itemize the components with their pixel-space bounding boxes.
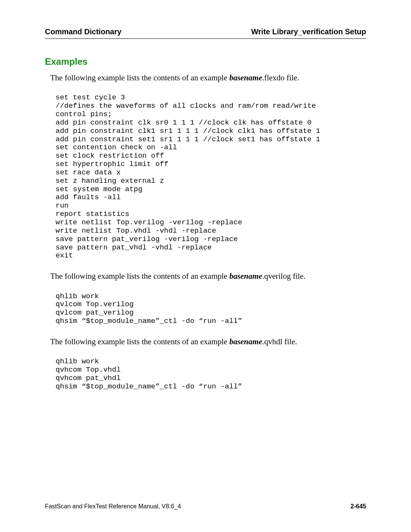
example-intro-1: The following example lists the contents… [50,72,366,83]
example-intro-2: The following example lists the contents… [50,271,366,281]
page-header: Command Dictionary Write Library_verific… [45,27,366,39]
intro-text: The following example lists the contents… [50,272,229,281]
page-footer: FastScan and FlexTest Reference Manual, … [45,503,366,510]
intro-text-suffix: .qvhdl file. [262,337,297,346]
intro-text-suffix: .flexdo file. [262,73,299,82]
intro-text-suffix: .qverilog file. [262,272,306,281]
header-left: Command Dictionary [45,27,121,36]
code-block-flexdo: set test cycle 3 //defines the waveforms… [56,94,366,260]
basename-text: basename [229,272,262,281]
section-heading-examples: Examples [45,56,366,67]
code-block-qverilog: qhlib work qvlcom Top.verilog qvlcom pat… [56,292,366,326]
footer-manual-title: FastScan and FlexTest Reference Manual, … [45,503,181,510]
example-intro-3: The following example lists the contents… [50,336,366,347]
basename-text: basename [229,337,262,346]
intro-text: The following example lists the contents… [50,337,229,346]
header-right: Write Library_verification Setup [251,27,366,36]
page: Command Dictionary Write Library_verific… [0,0,411,532]
code-block-qvhdl: qhlib work qvhcom Top.vhdl qvhcom pat_vh… [56,358,366,391]
basename-text: basename [229,73,262,82]
intro-text: The following example lists the contents… [50,73,229,82]
footer-page-number: 2-645 [350,503,366,510]
